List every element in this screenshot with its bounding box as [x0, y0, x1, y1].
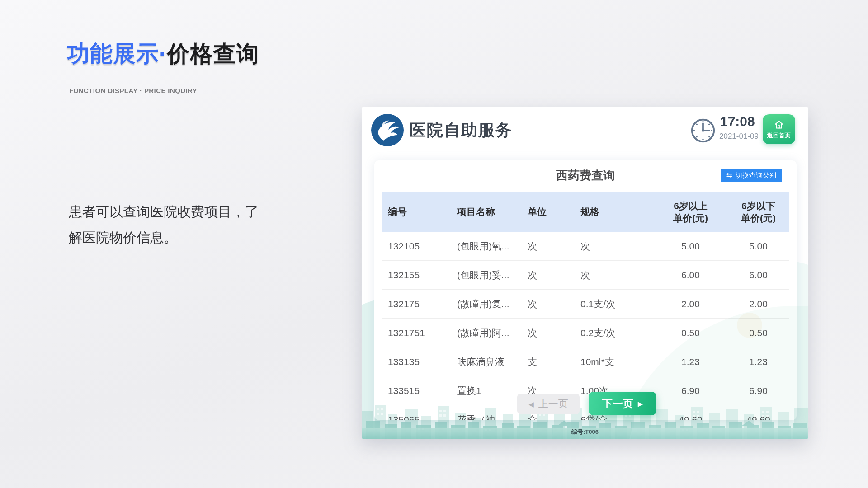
row-price-under6: 2.00	[728, 299, 789, 310]
title-highlight: 功能展示·	[67, 41, 167, 66]
row-name: 置换1	[451, 385, 520, 397]
description-line: 解医院物价信息。	[69, 225, 259, 250]
row-name: (散瞳用)阿...	[451, 327, 520, 339]
table-row: 135065 花季（神... 盒 6袋/盒 49.60 49.60	[382, 405, 789, 420]
header-spec: 规格	[572, 206, 653, 218]
row-price-under6: 6.00	[728, 270, 789, 281]
switch-category-label: 切换查询类别	[736, 171, 776, 180]
header-code: 编号	[382, 206, 451, 218]
row-name: (包眼用)妥...	[451, 269, 520, 282]
table-row: 132105 (包眼用)氧... 次 次 5.00 5.00	[382, 232, 789, 261]
price-table: 编号 项目名称 单位 规格 6岁以上 单价(元) 6岁以下 单价(元) 1321…	[382, 192, 789, 420]
table-row: 1321751 (散瞳用)阿... 次 0.2支/次 0.50 0.50	[382, 319, 789, 347]
row-price-under6: 5.00	[728, 241, 789, 252]
next-arrow-icon: ▶	[638, 400, 643, 407]
row-spec: 0.2支/次	[572, 327, 653, 339]
table-row: 133135 呋麻滴鼻液 支 10ml*支 1.23 1.23	[382, 347, 789, 376]
table-row: 132155 (包眼用)妥... 次 次 6.00 6.00	[382, 261, 789, 290]
row-name: 呋麻滴鼻液	[451, 356, 520, 368]
row-code: 133135	[382, 357, 451, 367]
row-unit: 次	[520, 269, 572, 282]
row-name: (散瞳用)复...	[451, 298, 520, 310]
home-button-label: 返回首页	[767, 131, 791, 140]
kiosk-time: 17:08	[720, 114, 755, 129]
row-price-under6: 6.90	[728, 385, 789, 396]
row-price-under6: 0.50	[728, 328, 789, 338]
row-price-under6: 1.23	[728, 357, 789, 367]
header-unit: 单位	[520, 206, 572, 218]
row-name: (包眼用)氧...	[451, 240, 520, 253]
row-spec: 次	[572, 269, 653, 282]
header-price-over6: 6岁以上 单价(元)	[653, 200, 728, 224]
kiosk-date: 2021-01-09	[719, 132, 759, 141]
header-name: 项目名称	[451, 206, 520, 218]
row-spec: 0.1支/次	[572, 298, 653, 310]
row-price-over6: 0.50	[653, 328, 728, 338]
device-id: 编号:T006	[362, 428, 808, 436]
row-code: 133515	[382, 385, 451, 396]
row-price-over6: 1.23	[653, 357, 728, 367]
kiosk-app-title: 医院自助服务	[410, 119, 513, 141]
title-rest: 价格查询	[167, 41, 259, 66]
clock-icon	[690, 118, 716, 143]
next-page-button[interactable]: 下一页 ▶	[589, 392, 656, 415]
switch-category-button[interactable]: ⇆ 切换查询类别	[721, 169, 782, 182]
table-header-row: 编号 项目名称 单位 规格 6岁以上 单价(元) 6岁以下 单价(元)	[382, 192, 789, 232]
table-row: 132175 (散瞳用)复... 次 0.1支/次 2.00 2.00	[382, 290, 789, 319]
home-button[interactable]: 返回首页	[763, 114, 795, 144]
header-price-over6-line2: 单价(元)	[653, 212, 728, 224]
row-unit: 次	[520, 298, 572, 310]
row-code: 132155	[382, 270, 451, 281]
row-unit: 次	[520, 327, 572, 339]
description: 患者可以查询医院收费项目，了 解医院物价信息。	[69, 199, 259, 250]
row-code: 132175	[382, 299, 451, 310]
row-price-over6: 6.90	[653, 385, 728, 396]
row-spec: 次	[572, 240, 653, 253]
home-icon	[774, 119, 784, 130]
row-price-over6: 5.00	[653, 241, 728, 252]
row-code: 132105	[382, 241, 451, 252]
swap-icon: ⇆	[726, 172, 732, 179]
previous-page-label: 上一页	[538, 397, 568, 411]
row-name: 花季（神...	[451, 413, 520, 421]
kiosk-screenshot: 医院自助服务 17:08 2021-01-09 返回首页	[362, 107, 808, 439]
next-page-label: 下一页	[602, 397, 633, 411]
header-price-over6-line1: 6岁以上	[653, 200, 728, 212]
page-subtitle: FUNCTION DISPLAY · PRICE INQUIRY	[69, 87, 197, 94]
page-title: 功能展示·价格查询	[67, 39, 259, 69]
row-unit: 次	[520, 240, 572, 253]
previous-page-button[interactable]: ◀ 上一页	[517, 394, 580, 414]
header-price-under6-line2: 单价(元)	[728, 212, 789, 224]
query-panel: 西药费查询 ⇆ 切换查询类别 编号 项目名称 单位 规格 6岁以上 单价(元) …	[374, 160, 797, 420]
row-price-under6: 49.60	[728, 414, 789, 421]
previous-arrow-icon: ◀	[528, 401, 534, 408]
hospital-logo-icon	[371, 113, 404, 147]
row-price-over6: 6.00	[653, 270, 728, 281]
row-spec: 10ml*支	[572, 356, 653, 368]
row-code: 1321751	[382, 328, 451, 338]
row-code: 135065	[382, 414, 451, 421]
row-price-over6: 49.60	[653, 414, 728, 421]
table-row: 133515 置换1 次 1.00次 6.90 6.90	[382, 376, 789, 405]
row-price-over6: 2.00	[653, 299, 728, 310]
description-line: 患者可以查询医院收费项目，了	[69, 199, 259, 225]
header-price-under6-line1: 6岁以下	[728, 200, 789, 212]
row-unit: 支	[520, 356, 572, 368]
header-price-under6: 6岁以下 单价(元)	[728, 200, 789, 224]
